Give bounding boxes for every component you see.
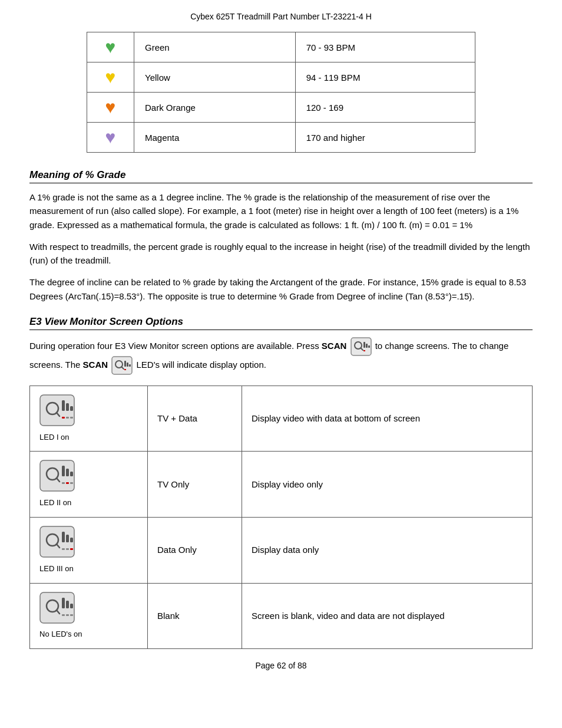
svg-rect-47 <box>62 614 65 616</box>
scan-led-icon <box>39 592 75 624</box>
svg-rect-21 <box>66 417 69 419</box>
type-cell: TV + Data <box>148 386 242 452</box>
heart-table-row: ♥ Dark Orange 120 - 169 <box>87 93 475 123</box>
led-cell: No LED's on <box>30 583 148 649</box>
svg-rect-48 <box>66 614 69 616</box>
svg-rect-30 <box>66 482 69 484</box>
scan-icon-2 <box>111 356 133 375</box>
page-number: Page 62 of 88 <box>255 661 306 670</box>
meaning-paragraphs: A 1% grade is not the same as a 1 degree… <box>29 190 533 303</box>
heart-icon-cell: ♥ <box>87 123 134 153</box>
bpm-cell: 94 - 119 BPM <box>295 62 475 93</box>
svg-rect-32 <box>40 526 74 557</box>
svg-rect-5 <box>368 345 370 348</box>
bpm-cell: 70 - 93 BPM <box>295 32 475 62</box>
svg-rect-19 <box>70 406 73 411</box>
svg-rect-31 <box>70 482 73 484</box>
led-label: LED III on <box>39 564 138 575</box>
svg-rect-38 <box>62 548 65 550</box>
e3-option-row: LED III on Data Only Display data only <box>30 517 533 583</box>
e3-intro2: to change screens. The <box>375 341 470 351</box>
led-label: LED I on <box>39 432 138 443</box>
bpm-cell: 170 and higher <box>295 123 475 153</box>
heart-icon: ♥ <box>105 67 116 87</box>
page-footer: Page 62 of 88 <box>29 661 533 670</box>
meaning-paragraph: A 1% grade is not the same as a 1 degree… <box>29 190 533 232</box>
heart-table-row: ♥ Green 70 - 93 BPM <box>87 32 475 62</box>
svg-rect-20 <box>62 417 65 419</box>
svg-rect-12 <box>129 364 131 367</box>
svg-rect-3 <box>363 342 365 348</box>
heart-icon: ♥ <box>105 127 116 147</box>
scan-led-icon <box>39 394 75 426</box>
bpm-cell: 120 - 169 <box>295 93 475 123</box>
desc-cell: Display data only <box>242 517 533 583</box>
page-header: Cybex 625T Treadmill Part Number LT-2322… <box>29 12 533 21</box>
svg-rect-37 <box>70 538 73 542</box>
scan-label-bold: SCAN <box>322 341 347 351</box>
led-label: LED II on <box>39 498 138 509</box>
svg-rect-44 <box>62 598 65 608</box>
svg-rect-11 <box>127 363 128 367</box>
e3-option-row: LED I on TV + Data Display video with da… <box>30 386 533 452</box>
scan-led-icon <box>39 460 75 492</box>
led-cell: LED II on <box>30 452 148 518</box>
desc-cell: Display video only <box>242 452 533 518</box>
svg-rect-4 <box>366 344 368 348</box>
e3-option-row: No LED's on Blank Screen is blank, video… <box>30 583 533 649</box>
svg-rect-39 <box>66 548 69 550</box>
svg-rect-10 <box>124 361 126 367</box>
heart-icon-cell: ♥ <box>87 32 134 62</box>
svg-rect-17 <box>62 400 65 411</box>
meaning-paragraph: With respect to treadmills, the percent … <box>29 240 533 268</box>
color-label-cell: Green <box>134 32 296 62</box>
meaning-section-heading: Meaning of % Grade <box>29 169 533 183</box>
scan-led-icon <box>39 526 75 558</box>
scan-label-bold2: SCAN <box>83 360 108 370</box>
heart-icon: ♥ <box>105 97 116 117</box>
svg-rect-28 <box>70 472 73 476</box>
heart-icon-cell: ♥ <box>87 93 134 123</box>
svg-rect-6 <box>363 350 365 351</box>
page-title: Cybex 625T Treadmill Part Number LT-2322… <box>190 12 372 21</box>
svg-rect-49 <box>70 614 73 616</box>
color-label-cell: Magenta <box>134 123 296 153</box>
e3-intro-text: During operation four E3 View Monitor sc… <box>29 337 533 375</box>
type-cell: Blank <box>148 583 242 649</box>
heart-rate-table: ♥ Green 70 - 93 BPM ♥ Yellow 94 - 119 BP… <box>87 32 475 153</box>
desc-cell: Screen is blank, video and data are not … <box>242 583 533 649</box>
svg-rect-14 <box>40 395 74 426</box>
led-label: No LED's on <box>39 629 138 640</box>
heart-table-row: ♥ Yellow 94 - 119 BPM <box>87 62 475 93</box>
svg-rect-40 <box>70 548 73 550</box>
type-cell: Data Only <box>148 517 242 583</box>
svg-rect-45 <box>66 601 69 608</box>
color-label-cell: Dark Orange <box>134 93 296 123</box>
heart-icon-cell: ♥ <box>87 62 134 93</box>
e3-section-heading: E3 View Monitor Screen Options <box>29 316 533 330</box>
heart-table-row: ♥ Magenta 170 and higher <box>87 123 475 153</box>
svg-rect-27 <box>66 469 69 476</box>
desc-cell: Display video with data at bottom of scr… <box>242 386 533 452</box>
svg-rect-26 <box>62 466 65 476</box>
svg-rect-41 <box>40 592 74 623</box>
svg-rect-35 <box>62 532 65 542</box>
e3-options-table: LED I on TV + Data Display video with da… <box>29 386 533 649</box>
svg-rect-13 <box>124 369 126 370</box>
meaning-paragraph: The degree of incline can be related to … <box>29 275 533 303</box>
e3-option-row: LED II on TV Only Display video only <box>30 452 533 518</box>
e3-intro-end: LED's will indicate display option. <box>136 360 266 370</box>
svg-rect-18 <box>66 403 69 411</box>
svg-rect-29 <box>62 482 65 484</box>
svg-rect-46 <box>70 604 73 608</box>
scan-icon-1 <box>351 337 372 356</box>
svg-rect-36 <box>66 535 69 542</box>
led-cell: LED III on <box>30 517 148 583</box>
color-label-cell: Yellow <box>134 62 296 93</box>
type-cell: TV Only <box>148 452 242 518</box>
heart-icon: ♥ <box>105 37 116 57</box>
e3-intro1: During operation four E3 View Monitor sc… <box>29 341 322 351</box>
svg-rect-22 <box>70 417 73 419</box>
led-cell: LED I on <box>30 386 148 452</box>
svg-rect-23 <box>40 460 74 491</box>
